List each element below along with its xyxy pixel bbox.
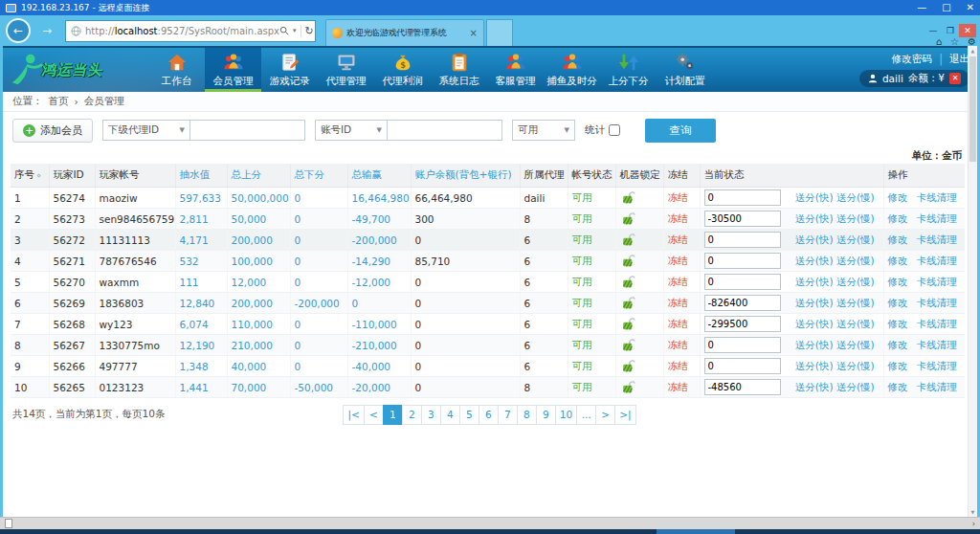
search-dropdown-icon[interactable]: ▾ [293, 27, 297, 34]
cell-total-up-link[interactable]: 200,000 [227, 230, 290, 251]
state-input[interactable] [704, 274, 781, 290]
nav-item-7[interactable]: 客服管理 [487, 48, 544, 92]
search-icon[interactable] [279, 26, 289, 35]
unlocked-padlock-icon[interactable] [620, 233, 637, 247]
cell-freeze-link[interactable]: 冻结 [663, 188, 700, 209]
state-input[interactable] [704, 189, 781, 206]
unlocked-padlock-icon[interactable] [620, 254, 637, 268]
cell-machine-lock[interactable] [615, 188, 663, 209]
page-button-9[interactable]: 9 [536, 405, 556, 425]
cell-winloss-link[interactable]: -200,000 [347, 230, 411, 251]
cell-winloss-link[interactable]: -210,000 [347, 335, 411, 356]
cell-winloss-link[interactable]: -110,000 [347, 314, 411, 335]
unlocked-padlock-icon[interactable] [620, 359, 637, 373]
rdp-minimize-button[interactable]: — [917, 3, 926, 12]
status-select[interactable]: 可用▼ [512, 120, 575, 141]
state-input[interactable] [704, 211, 781, 227]
nav-item-6[interactable]: 系统日志 [431, 48, 487, 92]
page-button-2[interactable]: 2 [402, 405, 422, 425]
cell-pump-link[interactable]: 111 [175, 272, 227, 293]
sort-icon[interactable]: ⋄ [36, 171, 41, 180]
send-slow-link[interactable]: 送分(慢) [836, 297, 875, 308]
edit-link[interactable]: 修改 [888, 297, 908, 308]
cell-total-down-link[interactable]: 0 [290, 230, 347, 251]
edit-link[interactable]: 修改 [888, 318, 908, 329]
cell-winloss-link[interactable]: -20,000 [347, 377, 411, 398]
cell-winloss-link[interactable]: 0 [347, 293, 411, 314]
cell-freeze-link[interactable]: 冻结 [663, 293, 700, 314]
window-maximize-button[interactable]: ❐ [942, 24, 959, 37]
cell-machine-lock[interactable] [615, 293, 663, 314]
page-button-...[interactable]: ... [576, 405, 596, 425]
edit-link[interactable]: 修改 [888, 212, 908, 224]
state-input[interactable] [704, 295, 781, 311]
cell-winloss-link[interactable]: 16,464,980 [347, 188, 411, 209]
cell-winloss-link[interactable]: -14,290 [347, 251, 411, 272]
cell-machine-lock[interactable] [615, 335, 663, 356]
send-fast-link[interactable]: 送分(快) [795, 297, 834, 308]
cell-freeze-link[interactable]: 冻结 [663, 377, 700, 398]
send-slow-link[interactable]: 送分(慢) [836, 318, 875, 329]
change-password-link[interactable]: 修改密码 [892, 53, 932, 66]
send-fast-link[interactable]: 送分(快) [795, 360, 834, 371]
cell-machine-lock[interactable] [615, 272, 663, 293]
send-slow-link[interactable]: 送分(慢) [836, 191, 875, 203]
page-button-6[interactable]: 6 [479, 405, 499, 425]
send-fast-link[interactable]: 送分(快) [795, 191, 834, 203]
cell-winloss-link[interactable]: -49,700 [347, 209, 411, 230]
cell-machine-lock[interactable] [615, 356, 663, 377]
stat-checkbox[interactable] [609, 124, 620, 136]
rdp-close-button[interactable]: ✕ [967, 3, 974, 12]
nav-item-4[interactable]: 代理管理 [318, 48, 374, 92]
unlocked-padlock-icon[interactable] [620, 296, 637, 310]
cell-pump-link[interactable]: 1,348 [175, 356, 227, 377]
kick-link[interactable]: 卡线清理 [917, 318, 957, 329]
state-input[interactable] [704, 316, 781, 332]
page-button-8[interactable]: 8 [517, 405, 537, 425]
cell-pump-link[interactable]: 597,633 [175, 188, 227, 209]
edit-link[interactable]: 修改 [888, 234, 908, 245]
send-slow-link[interactable]: 送分(慢) [836, 360, 875, 371]
send-fast-link[interactable]: 送分(快) [795, 234, 834, 245]
state-input[interactable] [704, 358, 781, 374]
cell-freeze-link[interactable]: 冻结 [663, 356, 700, 377]
cell-total-up-link[interactable]: 110,000 [227, 314, 290, 335]
kick-link[interactable]: 卡线清理 [917, 360, 957, 371]
nav-item-2[interactable]: 会员管理 [205, 48, 261, 92]
nav-item-3[interactable]: 游戏记录 [261, 48, 318, 92]
refresh-icon[interactable]: ↻ [305, 25, 314, 37]
vertical-scrollbar[interactable]: ▲ ▼ [968, 46, 977, 517]
column-header-1[interactable]: 序号⋄ [11, 164, 49, 188]
page-button-7[interactable]: 7 [498, 405, 518, 425]
cell-freeze-link[interactable]: 冻结 [663, 251, 700, 272]
kick-link[interactable]: 卡线清理 [917, 381, 957, 392]
cell-pump-link[interactable]: 2,811 [175, 209, 227, 230]
cell-machine-lock[interactable] [615, 209, 663, 230]
cell-freeze-link[interactable]: 冻结 [663, 230, 700, 251]
send-slow-link[interactable]: 送分(慢) [836, 255, 875, 266]
scroll-down-icon[interactable]: ▼ [969, 507, 977, 517]
tab-close-icon[interactable]: × [470, 28, 478, 38]
unlocked-padlock-icon[interactable] [620, 338, 637, 352]
cell-total-up-link[interactable]: 100,000 [227, 251, 290, 272]
kick-link[interactable]: 卡线清理 [917, 276, 957, 287]
cell-machine-lock[interactable] [615, 377, 663, 398]
cell-freeze-link[interactable]: 冻结 [663, 272, 700, 293]
page-button-5[interactable]: 5 [459, 405, 479, 425]
nav-item-9[interactable]: 上分下分 [600, 48, 657, 92]
edit-link[interactable]: 修改 [888, 255, 908, 266]
unlocked-padlock-icon[interactable] [620, 211, 637, 226]
browser-forward-button[interactable]: → [34, 18, 59, 43]
account-id-input[interactable] [388, 120, 502, 141]
page-button->|[interactable]: >| [614, 405, 635, 425]
column-header-6[interactable]: 总下分 [290, 164, 347, 188]
cell-total-up-link[interactable]: 210,000 [227, 335, 290, 356]
send-fast-link[interactable]: 送分(快) [795, 381, 834, 392]
cell-total-down-link[interactable]: 0 [290, 356, 347, 377]
send-fast-link[interactable]: 送分(快) [795, 212, 834, 224]
rdp-maximize-button[interactable]: □ [942, 3, 950, 12]
unlocked-padlock-icon[interactable] [620, 275, 637, 289]
cell-freeze-link[interactable]: 冻结 [663, 209, 700, 230]
send-fast-link[interactable]: 送分(快) [795, 339, 834, 350]
breadcrumb-home[interactable]: 首页 [49, 95, 69, 108]
